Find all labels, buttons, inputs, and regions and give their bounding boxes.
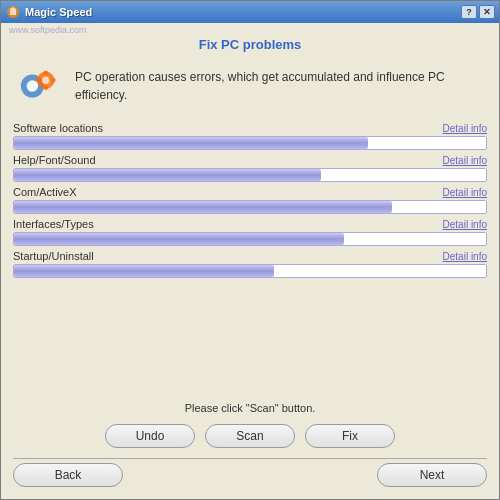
progress-bar-container	[13, 136, 487, 150]
category-label: Software locations	[13, 122, 103, 134]
progress-bar-container	[13, 264, 487, 278]
progress-bar-container	[13, 200, 487, 214]
category-header: Interfaces/TypesDetail info	[13, 218, 487, 230]
progress-bar-fill	[14, 201, 392, 213]
category-row: Startup/UninstallDetail info	[13, 250, 487, 278]
detail-info-link[interactable]: Detail info	[443, 187, 487, 198]
progress-bar-fill	[14, 169, 321, 181]
svg-rect-6	[44, 71, 48, 75]
categories-list: Software locationsDetail infoHelp/Font/S…	[13, 122, 487, 388]
window-title: Magic Speed	[25, 6, 92, 18]
category-row: Help/Font/SoundDetail info	[13, 154, 487, 182]
svg-rect-8	[36, 78, 40, 82]
progress-bar-container	[13, 168, 487, 182]
category-header: Com/ActiveXDetail info	[13, 186, 487, 198]
svg-rect-7	[44, 86, 48, 90]
detail-info-link[interactable]: Detail info	[443, 251, 487, 262]
category-row: Software locationsDetail info	[13, 122, 487, 150]
progress-bar-fill	[14, 233, 344, 245]
help-button[interactable]: ?	[461, 5, 477, 19]
title-bar-buttons: ? ✕	[461, 5, 495, 19]
action-buttons: Undo Scan Fix	[13, 424, 487, 448]
page-title: Fix PC problems	[13, 37, 487, 52]
pc-fix-icon	[17, 62, 63, 110]
undo-button[interactable]: Undo	[105, 424, 195, 448]
fix-button[interactable]: Fix	[305, 424, 395, 448]
nav-buttons: Back Next	[13, 458, 487, 491]
status-text: Please click "Scan" button.	[13, 402, 487, 414]
category-label: Com/ActiveX	[13, 186, 77, 198]
detail-info-link[interactable]: Detail info	[443, 155, 487, 166]
next-button[interactable]: Next	[377, 463, 487, 487]
category-row: Com/ActiveXDetail info	[13, 186, 487, 214]
svg-point-5	[42, 76, 50, 84]
category-header: Software locationsDetail info	[13, 122, 487, 134]
progress-bar-fill	[14, 137, 368, 149]
header-section: PC operation causes errors, which get ac…	[13, 62, 487, 110]
category-header: Help/Font/SoundDetail info	[13, 154, 487, 166]
header-description: PC operation causes errors, which get ac…	[75, 68, 483, 104]
close-button[interactable]: ✕	[479, 5, 495, 19]
progress-bar-container	[13, 232, 487, 246]
content-area: Fix PC problems PC operation causes erro…	[1, 37, 499, 499]
title-bar-left: Magic Speed	[5, 4, 92, 20]
detail-info-link[interactable]: Detail info	[443, 123, 487, 134]
svg-rect-9	[52, 78, 56, 82]
detail-info-link[interactable]: Detail info	[443, 219, 487, 230]
category-row: Interfaces/TypesDetail info	[13, 218, 487, 246]
title-bar: Magic Speed ? ✕	[1, 1, 499, 23]
main-window: Magic Speed ? ✕ www.softpedia.com Fix PC…	[0, 0, 500, 500]
category-label: Interfaces/Types	[13, 218, 94, 230]
back-button[interactable]: Back	[13, 463, 123, 487]
category-label: Help/Font/Sound	[13, 154, 96, 166]
progress-bar-fill	[14, 265, 274, 277]
app-icon	[5, 4, 21, 20]
scan-button[interactable]: Scan	[205, 424, 295, 448]
watermark: www.softpedia.com	[1, 23, 499, 37]
category-header: Startup/UninstallDetail info	[13, 250, 487, 262]
category-label: Startup/Uninstall	[13, 250, 94, 262]
